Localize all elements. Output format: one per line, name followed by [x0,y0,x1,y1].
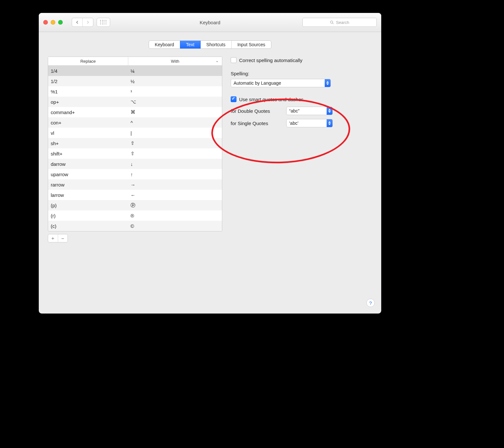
minimize-button[interactable] [51,20,55,25]
cell-with: | [128,130,222,136]
cell-with: ½ [128,79,222,84]
cell-with: ® [128,213,222,219]
label-correct-spelling: Correct spelling automatically [239,58,302,63]
table-row[interactable]: %1¹ [48,86,222,97]
cell-with: ⇧ [128,140,222,146]
cell-replace: larrow [48,192,128,198]
table-row[interactable]: rarrow→ [48,179,222,190]
table-row[interactable]: shift+⇧ [48,148,222,159]
titlebar: Keyboard Search [39,13,381,32]
table-row[interactable]: (r)® [48,210,222,221]
replacements-table: Replace With ⌄ 1/4¼1/2½%1¹op+⌥command+⌘c… [48,57,222,231]
cell-replace: (r) [48,213,128,219]
table-row[interactable]: 1/2½ [48,76,222,86]
search-field[interactable]: Search [302,18,377,27]
svg-point-0 [331,21,333,23]
cell-with: ¼ [128,68,222,74]
remove-button[interactable]: − [58,234,68,242]
cell-with: ⌘ [128,109,222,115]
cell-with: ⇧ [128,151,222,156]
table-row[interactable]: (p)ⓟ [48,200,222,210]
cell-replace: (c) [48,223,128,229]
cell-replace: %1 [48,89,128,94]
table-row[interactable]: op+⌥ [48,97,222,107]
close-button[interactable] [43,20,48,25]
cell-with: ¹ [128,89,222,94]
col-with[interactable]: With ⌄ [128,57,222,65]
cell-with: ← [128,192,222,198]
col-replace[interactable]: Replace [48,57,128,65]
checkbox-smart-quotes[interactable] [231,96,236,102]
search-placeholder: Search [336,20,349,25]
checkbox-correct-spelling[interactable] [231,57,236,63]
cell-with: ↑ [128,172,222,177]
add-remove-control: ＋ − [48,234,68,242]
cell-replace: op+ [48,99,128,105]
back-button[interactable] [72,18,82,27]
search-icon [330,20,334,25]
cell-with: ^ [128,120,222,125]
tab-text[interactable]: Text [180,41,201,48]
forward-button[interactable] [83,18,93,27]
tab-bar: Keyboard Text Shortcuts Input Sources [149,40,271,49]
cell-replace: uparrow [48,172,128,177]
cell-replace: shift+ [48,151,128,156]
zoom-button[interactable] [58,20,63,25]
window-controls [43,20,63,25]
tab-input-sources[interactable]: Input Sources [232,41,271,48]
table-row[interactable]: sh+⇧ [48,138,222,148]
nav-back-forward [72,18,93,27]
cell-with: © [128,223,222,229]
tab-shortcuts[interactable]: Shortcuts [201,41,232,48]
keyboard-prefs-window: Keyboard Search Keyboard Text Shortcuts … [39,13,381,314]
show-all-button[interactable] [97,18,110,27]
cell-replace: 1/4 [48,68,128,74]
svg-line-1 [332,23,333,24]
cell-with: ⓟ [128,202,222,208]
table-row[interactable]: command+⌘ [48,107,222,117]
cell-replace: 1/2 [48,79,128,84]
cell-replace: (p) [48,203,128,208]
cell-replace: darrow [48,161,128,167]
chevron-down-icon: ⌄ [215,59,219,63]
table-header: Replace With ⌄ [48,57,222,66]
cell-replace: vl [48,130,128,136]
table-row[interactable]: con+^ [48,117,222,128]
add-button[interactable]: ＋ [48,234,58,242]
cell-replace: rarrow [48,182,128,187]
table-row[interactable]: (c)© [48,221,222,231]
tab-keyboard[interactable]: Keyboard [149,41,180,48]
table-row[interactable]: uparrow↑ [48,169,222,179]
label-spelling: Spelling: [231,71,372,76]
cell-replace: sh+ [48,141,128,146]
cell-with: ↓ [128,161,222,167]
cell-replace: command+ [48,110,128,115]
stepper-icon [325,79,331,87]
table-row[interactable]: darrow↓ [48,159,222,169]
cell-with: → [128,182,222,187]
table-row[interactable]: larrow← [48,190,222,200]
cell-replace: con+ [48,120,128,125]
grid-icon [100,20,107,25]
table-row[interactable]: vl| [48,128,222,138]
select-spelling[interactable]: Automatic by Language [231,79,331,87]
cell-with: ⌥ [128,99,222,105]
table-row[interactable]: 1/4¼ [48,66,222,76]
help-button[interactable]: ? [366,299,375,307]
